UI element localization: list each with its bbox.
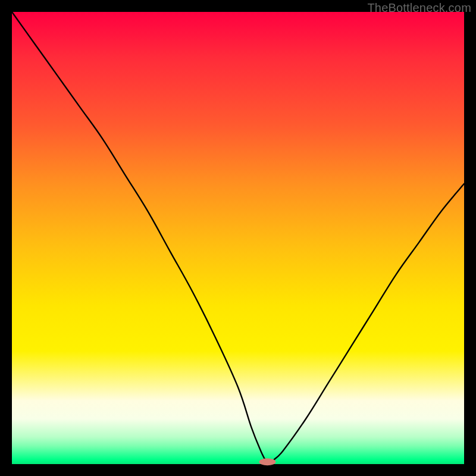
chart-container: TheBottleneck.com: [0, 0, 476, 476]
chart-svg: [12, 12, 464, 464]
optimum-marker: [259, 458, 275, 465]
bottleneck-curve: [12, 12, 464, 464]
watermark-text: TheBottleneck.com: [367, 1, 471, 15]
